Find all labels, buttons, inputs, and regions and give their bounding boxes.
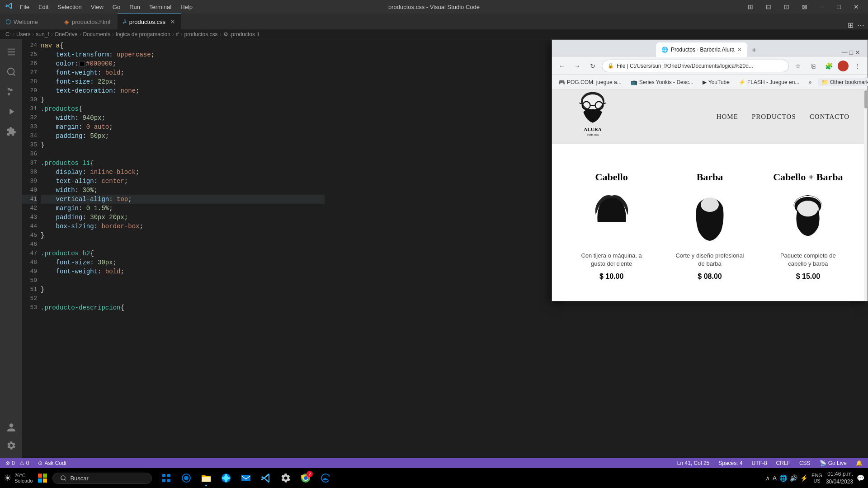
tab-css[interactable]: # productos.css ✕: [118, 14, 181, 29]
taskbar-vscode[interactable]: [257, 469, 275, 487]
taskbar-mail[interactable]: [237, 469, 255, 487]
breadcrumb-folder[interactable]: logica de progamacion: [116, 31, 170, 38]
status-codi[interactable]: ⊙ Ask Codi: [36, 460, 68, 466]
taskbar-edge[interactable]: [316, 469, 335, 487]
taskbar-clock[interactable]: 01:46 p.m. 30/04/2023: [826, 470, 853, 486]
volume-icon[interactable]: 🔊: [790, 474, 797, 482]
breadcrumb-documents[interactable]: Documents: [83, 31, 110, 38]
status-errors[interactable]: ⊗ 0 ⚠ 0: [4, 460, 31, 466]
language-text: CSS: [799, 460, 811, 466]
breadcrumb-sunf[interactable]: sun_f: [36, 31, 49, 38]
bookmark-series[interactable]: 📺 Series Yonkis - Desc...: [628, 78, 696, 86]
network-icon[interactable]: 🌐: [779, 474, 787, 482]
reload-btn[interactable]: ↻: [586, 60, 599, 72]
split-editor-icon[interactable]: ⊞: [848, 21, 854, 29]
layout-btn[interactable]: ⊞: [744, 2, 757, 11]
code-editor[interactable]: 2425262728 2930313233 3435363738 3940414…: [22, 39, 325, 458]
tray-up-icon[interactable]: ∧: [765, 474, 770, 482]
forward-btn[interactable]: →: [571, 60, 584, 72]
tab-close-icon[interactable]: ✕: [170, 18, 175, 25]
activity-settings[interactable]: [2, 436, 20, 455]
nav-contacto[interactable]: CONTACTO: [810, 113, 849, 121]
layout-btn2[interactable]: ⊟: [762, 2, 775, 11]
close-btn[interactable]: ✕: [850, 2, 863, 11]
bookmark-more[interactable]: »: [806, 78, 814, 86]
status-encoding[interactable]: UTF-8: [750, 460, 769, 466]
activity-scm[interactable]: [2, 83, 20, 101]
taskbar-chrome[interactable]: 2: [297, 469, 315, 487]
bookmark-youtube[interactable]: ▶ YouTube: [700, 78, 732, 86]
status-golive[interactable]: 📡 Go Live: [818, 460, 849, 466]
menu-go[interactable]: Go: [109, 3, 124, 11]
taskbar-search[interactable]: Buscar: [52, 473, 152, 484]
menu-terminal[interactable]: Terminal: [146, 3, 175, 11]
battery-icon[interactable]: ⚡: [800, 474, 808, 482]
barber-logo: ALURA ESTD 2020: [570, 89, 615, 144]
status-spaces[interactable]: Spaces: 4: [717, 460, 744, 466]
maximize-btn[interactable]: □: [834, 2, 844, 11]
folder-icon: 📁: [821, 79, 828, 85]
bookmark-folder[interactable]: 📁 Other bookmarks: [818, 78, 868, 86]
back-btn[interactable]: ←: [556, 60, 568, 72]
start-button[interactable]: [34, 470, 51, 486]
breadcrumb-c[interactable]: C:: [5, 31, 11, 38]
browser-active-tab[interactable]: 🌐 Productos - Barberia Alura ✕: [656, 42, 747, 57]
activity-search[interactable]: [2, 63, 20, 81]
browser-tab-title: Productos - Barberia Alura: [671, 47, 735, 53]
menu-edit[interactable]: Edit: [35, 3, 52, 11]
new-tab-btn[interactable]: +: [748, 44, 760, 57]
close-browser[interactable]: ✕: [855, 49, 860, 56]
screenshot-btn[interactable]: ⎘: [807, 60, 820, 72]
codi-label: Ask Codi: [44, 460, 66, 466]
browser-tab-close[interactable]: ✕: [737, 47, 742, 53]
taskbar-browser[interactable]: [217, 469, 235, 487]
notification-icon[interactable]: 💬: [857, 474, 864, 482]
address-text: File | C:/Users/sun_f/OneDrive/Documents…: [617, 63, 753, 69]
activity-account[interactable]: [2, 418, 20, 436]
more-btn[interactable]: ⋮: [851, 60, 864, 72]
breadcrumb-file[interactable]: productos.css: [184, 31, 218, 38]
scrollbar-thumb[interactable]: [864, 90, 867, 108]
taskbar-cortana[interactable]: [177, 469, 195, 487]
breadcrumb-onedrive[interactable]: OneDrive: [55, 31, 78, 38]
nav-productos[interactable]: PRODUCTOS: [752, 113, 796, 121]
language-icon[interactable]: A: [773, 474, 777, 482]
layout-btn3[interactable]: ⊡: [780, 2, 793, 11]
status-line-ending[interactable]: CRLF: [774, 460, 792, 466]
nav-home[interactable]: HOME: [717, 113, 738, 121]
status-position[interactable]: Ln 41, Col 25: [675, 460, 711, 466]
browser-scrollbar[interactable]: [864, 89, 868, 301]
minimize-browser[interactable]: ─: [842, 47, 848, 57]
browser-chrome: 🌐 Productos - Barberia Alura ✕ + ─ □ ✕ ←…: [552, 40, 868, 89]
status-language[interactable]: CSS: [797, 460, 812, 466]
activity-extensions[interactable]: [2, 122, 20, 141]
menu-run[interactable]: Run: [126, 3, 144, 11]
taskbar-explorer[interactable]: [197, 469, 215, 487]
restore-browser[interactable]: □: [849, 49, 853, 56]
breadcrumb-users[interactable]: Users: [16, 31, 30, 38]
taskbar-settings[interactable]: [277, 469, 295, 487]
folder-label: Other bookmarks: [830, 79, 868, 85]
breadcrumb-symbol[interactable]: ⚙ .productos li: [223, 31, 259, 38]
layout-btn4[interactable]: ⊠: [798, 2, 811, 11]
profile-btn[interactable]: [838, 61, 849, 71]
more-actions-icon[interactable]: ⋯: [857, 21, 864, 29]
activity-run[interactable]: [2, 103, 20, 121]
bookmark-pog[interactable]: 🎮 POG.COM: juegue a...: [556, 78, 624, 86]
activity-explore[interactable]: [2, 43, 20, 61]
tab-welcome[interactable]: ⬡ Welcome: [0, 14, 59, 29]
address-bar[interactable]: 🔒 File | C:/Users/sun_f/OneDrive/Documen…: [602, 60, 789, 72]
minimize-btn[interactable]: ─: [816, 2, 828, 11]
bookmark-flash[interactable]: ⚡ FLASH - Juegue en...: [736, 78, 802, 86]
extensions-btn[interactable]: 🧩: [822, 60, 835, 72]
menu-file[interactable]: File: [16, 3, 33, 11]
menu-selection[interactable]: Selection: [54, 3, 85, 11]
tab-html[interactable]: ◈ productos.html: [59, 14, 118, 29]
taskbar-widgets[interactable]: [157, 469, 175, 487]
bookmark-btn[interactable]: ☆: [792, 60, 804, 72]
menu-view[interactable]: View: [87, 3, 107, 11]
code-lines: 2425262728 2930313233 3435363738 3940414…: [22, 39, 325, 458]
menu-help[interactable]: Help: [177, 3, 196, 11]
product-barba-price: $ 08.00: [698, 272, 722, 281]
status-bell[interactable]: 🔔: [854, 460, 864, 466]
